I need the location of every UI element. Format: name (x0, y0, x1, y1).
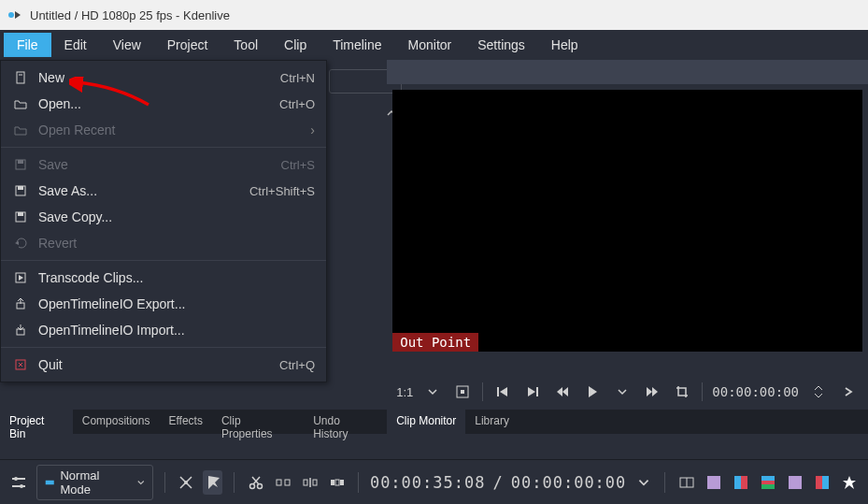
export-icon (12, 295, 29, 312)
compositing-icon[interactable] (176, 470, 195, 495)
file-menu-save-as[interactable]: Save As...Ctrl+Shift+S (1, 178, 326, 204)
file-menu-opentimelineio-export[interactable]: OpenTimelineIO Export... (1, 291, 326, 317)
zoom-ratio-button[interactable]: 1:1 (396, 385, 413, 399)
play-chevron-icon[interactable] (612, 382, 633, 402)
timecode-separator: / (492, 473, 503, 492)
svg-marker-38 (208, 476, 220, 489)
doc-open-icon (12, 95, 29, 112)
save-icon (12, 182, 29, 199)
settings-icon[interactable] (9, 470, 29, 495)
tab-library[interactable]: Library (465, 410, 519, 434)
track-color-1-icon[interactable] (704, 470, 723, 495)
file-menu-opentimelineio-import[interactable]: OpenTimelineIO Import... (1, 317, 326, 343)
rewind-icon[interactable] (552, 382, 573, 402)
tab-project-bin[interactable]: Project Bin (0, 410, 73, 434)
monitor-top-bar (387, 60, 868, 84)
menu-file[interactable]: File (4, 33, 51, 57)
zoom-chevron-icon[interactable] (422, 382, 443, 402)
svg-rect-9 (18, 212, 23, 216)
tab-clip-monitor[interactable]: Clip Monitor (387, 410, 465, 434)
menu-edit[interactable]: Edit (51, 33, 100, 57)
menu-settings[interactable]: Settings (464, 33, 538, 57)
edit-mode-selector[interactable]: Normal Mode (36, 465, 153, 500)
track-color-3-icon[interactable] (758, 470, 777, 495)
track-color-2-icon[interactable] (731, 470, 750, 495)
tab-compositions[interactable]: Compositions (73, 410, 160, 434)
menu-timeline[interactable]: Timeline (320, 33, 394, 57)
menu-item-label: Transcode Clips... (38, 270, 315, 285)
menu-item-label: New (38, 70, 280, 85)
menu-tool[interactable]: Tool (221, 33, 271, 57)
separator (358, 472, 359, 493)
shortcut-label: Ctrl+O (279, 97, 315, 111)
separator (664, 472, 665, 493)
svg-marker-12 (19, 275, 23, 281)
monitor-controls: 1:1 00:00:00:00 (387, 374, 868, 410)
svg-marker-28 (562, 387, 568, 396)
menu-help[interactable]: Help (538, 33, 591, 57)
svg-marker-1 (15, 11, 21, 19)
file-menu-quit[interactable]: QuitCtrl+Q (1, 352, 326, 378)
favorite-star-icon[interactable] (839, 470, 859, 495)
track-color-4-icon[interactable] (785, 470, 804, 495)
file-menu-save-copy[interactable]: Save Copy... (1, 204, 326, 230)
app-logo-icon (7, 7, 22, 22)
tab-undo-history[interactable]: Undo History (304, 410, 387, 434)
file-menu-revert: Revert (1, 230, 326, 256)
file-menu-open[interactable]: Open...Ctrl+O (1, 91, 326, 117)
svg-marker-31 (652, 387, 658, 396)
menu-clip[interactable]: Clip (271, 33, 320, 57)
menu-view[interactable]: View (100, 33, 154, 57)
file-menu-transcode-clips[interactable]: Transcode Clips... (1, 265, 326, 291)
clip-monitor-view[interactable]: Out Point (392, 90, 862, 352)
menu-item-label: Save Copy... (38, 209, 315, 224)
main-menubar: FileEditViewProjectToolClipTimelineMonit… (0, 30, 868, 60)
fast-forward-icon[interactable] (642, 382, 662, 402)
file-menu-dropdown: NewCtrl+NOpen...Ctrl+OOpen Recent›SaveCt… (0, 60, 327, 382)
separator (234, 472, 235, 493)
overwrite-icon[interactable] (327, 470, 347, 495)
svg-rect-43 (277, 480, 281, 485)
svg-rect-36 (46, 480, 54, 484)
monitor-timecode[interactable]: 00:00:00:00 (712, 384, 799, 399)
shortcut-label: Ctrl+Q (279, 358, 315, 372)
menu-project[interactable]: Project (154, 33, 221, 57)
crop-icon[interactable] (672, 382, 692, 402)
file-menu-new[interactable]: NewCtrl+N (1, 65, 326, 91)
safe-zone-icon[interactable] (452, 382, 473, 402)
play-pointer-icon[interactable] (203, 470, 222, 495)
spacer-icon[interactable] (273, 470, 292, 495)
menu-item-label: OpenTimelineIO Import... (38, 323, 315, 338)
menu-item-label: OpenTimelineIO Export... (38, 296, 315, 311)
svg-point-37 (184, 481, 188, 484)
menu-separator (1, 147, 326, 148)
menu-item-label: Quit (38, 357, 279, 372)
svg-line-41 (253, 477, 260, 484)
svg-marker-29 (589, 386, 597, 397)
timeline-duration-timecode[interactable]: 00:00:00:00 (511, 473, 627, 492)
timecode-stepper-icon[interactable] (808, 382, 829, 402)
go-end-icon[interactable] (522, 382, 543, 402)
play-icon[interactable] (582, 382, 603, 402)
svg-point-35 (20, 484, 23, 488)
svg-rect-48 (331, 480, 334, 485)
menu-monitor[interactable]: Monitor (395, 33, 465, 57)
timecode-chevron-icon[interactable] (633, 470, 653, 495)
left-panel-tabs: Project BinCompositionsEffectsClip Prope… (0, 410, 387, 434)
svg-rect-23 (497, 387, 499, 396)
monitor-timeline-track[interactable] (392, 357, 862, 374)
svg-rect-45 (304, 480, 307, 485)
go-start-icon[interactable] (492, 382, 513, 402)
file-menu-save: SaveCtrl+S (1, 151, 326, 178)
tab-effects[interactable]: Effects (159, 410, 211, 434)
timeline-position-timecode[interactable]: 00:00:35:08 (370, 473, 486, 492)
menu-separator (1, 260, 326, 261)
view-split-icon[interactable] (676, 470, 696, 495)
file-menu-open-recent: Open Recent› (1, 117, 326, 143)
insert-icon[interactable] (300, 470, 320, 495)
svg-marker-30 (647, 387, 652, 396)
tab-clip-properties[interactable]: Clip Properties (212, 410, 304, 434)
cut-icon[interactable] (246, 470, 265, 495)
monitor-options-icon[interactable] (838, 382, 859, 402)
track-color-5-icon[interactable] (812, 470, 832, 495)
